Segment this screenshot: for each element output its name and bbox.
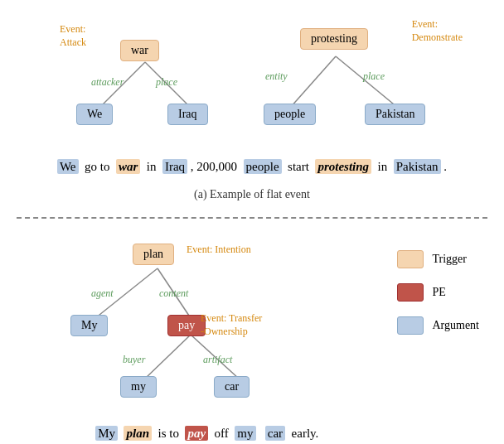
legend-pe-label: PE [432,286,445,299]
car-sent-highlight: car [265,426,285,441]
protesting-node: protesting [300,28,368,50]
entity-label: entity [265,70,288,83]
plan-node: plan [133,244,174,265]
transfer-label: Event: Transfer-Ownership [201,312,262,338]
my-lower-node: my [120,376,157,398]
protesting-trigger: protesting [300,28,368,50]
section-divider [17,217,487,219]
car-node: car [214,376,250,398]
war-node: war [120,40,159,61]
intention-label: Event: Intention [187,244,251,257]
we-highlight: We [57,159,79,174]
my-sent-highlight: My [95,426,118,441]
people-highlight: people [244,159,282,174]
legend-arg-box [397,316,424,335]
right-event-label: Event:Demonstrate [412,18,463,44]
war-highlight: war [116,159,140,174]
flat-caption: (a) Example of flat event [17,188,487,201]
people-node: people [264,104,316,125]
iraq-node: Iraq [167,104,208,125]
legend-arg-label: Argument [432,319,479,332]
legend-pe-item: PE [397,283,479,302]
my-upper-node: My [70,315,108,336]
nested-sentence: My plan is to pay off my car early. [17,423,397,444]
nested-event-section: plan Event: Intention agent content My p… [17,225,487,444]
iraq-highlight: Iraq [162,159,187,174]
legend-trigger-box [397,250,424,268]
agent-label: agent [91,287,114,300]
my2-sent-highlight: my [235,426,255,441]
buyer-label: buyer [123,354,145,366]
attacker-label: attacker [91,76,124,89]
we-node: We [76,104,113,125]
artifact-label: artifact [203,354,232,366]
legend-trigger-item: Trigger [397,250,479,268]
legend-arg-item: Argument [397,316,479,335]
svg-line-6 [145,335,191,379]
flat-sentence: We go to war in Iraq , 200,000 people st… [17,153,487,180]
plan-sent-highlight: plan [124,426,152,441]
pay-sent-highlight: pay [185,426,208,441]
pakistan-node: Pakistan [365,104,425,125]
content-label: content [159,287,188,300]
flat-event-section: Event:Attack war attacker place We Iraq … [17,8,487,210]
war-trigger: war [120,40,159,61]
legend-trigger-label: Trigger [432,253,467,266]
place-label-left: place [156,76,177,89]
legend-area: Trigger PE Argument [397,225,487,335]
flat-tree-area: Event:Attack war attacker place We Iraq … [17,17,487,145]
legend-pe-box [397,283,424,302]
place-label-right: place [363,70,385,83]
nested-tree-area: plan Event: Intention agent content My p… [17,225,340,420]
left-event-label: Event:Attack [60,23,86,49]
nested-tree-column: plan Event: Intention agent content My p… [17,225,397,444]
svg-line-2 [290,56,336,108]
pakistan-highlight: Pakistan [394,159,441,174]
protesting-highlight: protesting [315,159,371,174]
